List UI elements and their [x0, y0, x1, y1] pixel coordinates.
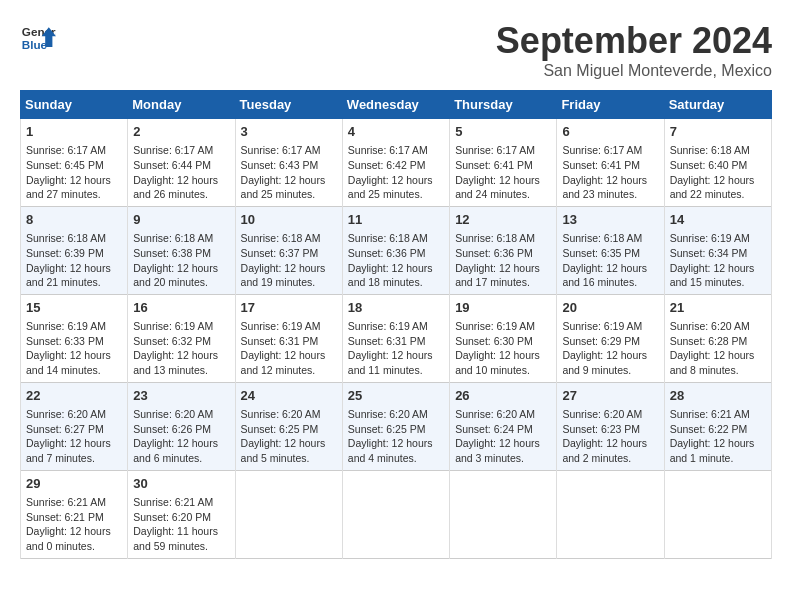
day-number: 19 [455, 299, 551, 317]
day-info: Sunrise: 6:18 AM Sunset: 6:37 PM Dayligh… [241, 231, 337, 290]
calendar-cell: 3Sunrise: 6:17 AM Sunset: 6:43 PM Daylig… [235, 119, 342, 207]
day-info: Sunrise: 6:19 AM Sunset: 6:33 PM Dayligh… [26, 319, 122, 378]
day-info: Sunrise: 6:17 AM Sunset: 6:45 PM Dayligh… [26, 143, 122, 202]
weekday-header-saturday: Saturday [664, 91, 771, 119]
day-info: Sunrise: 6:18 AM Sunset: 6:36 PM Dayligh… [348, 231, 444, 290]
day-number: 8 [26, 211, 122, 229]
calendar-cell: 2Sunrise: 6:17 AM Sunset: 6:44 PM Daylig… [128, 119, 235, 207]
calendar-cell: 28Sunrise: 6:21 AM Sunset: 6:22 PM Dayli… [664, 382, 771, 470]
weekday-header-friday: Friday [557, 91, 664, 119]
day-info: Sunrise: 6:21 AM Sunset: 6:20 PM Dayligh… [133, 495, 229, 554]
day-info: Sunrise: 6:21 AM Sunset: 6:22 PM Dayligh… [670, 407, 766, 466]
day-info: Sunrise: 6:19 AM Sunset: 6:31 PM Dayligh… [348, 319, 444, 378]
day-info: Sunrise: 6:20 AM Sunset: 6:23 PM Dayligh… [562, 407, 658, 466]
calendar-cell: 15Sunrise: 6:19 AM Sunset: 6:33 PM Dayli… [21, 294, 128, 382]
day-number: 9 [133, 211, 229, 229]
weekday-header-tuesday: Tuesday [235, 91, 342, 119]
calendar-cell: 30Sunrise: 6:21 AM Sunset: 6:20 PM Dayli… [128, 470, 235, 558]
calendar-cell: 12Sunrise: 6:18 AM Sunset: 6:36 PM Dayli… [450, 206, 557, 294]
calendar-cell: 26Sunrise: 6:20 AM Sunset: 6:24 PM Dayli… [450, 382, 557, 470]
day-number: 17 [241, 299, 337, 317]
calendar-cell: 29Sunrise: 6:21 AM Sunset: 6:21 PM Dayli… [21, 470, 128, 558]
day-info: Sunrise: 6:20 AM Sunset: 6:28 PM Dayligh… [670, 319, 766, 378]
day-number: 7 [670, 123, 766, 141]
day-number: 5 [455, 123, 551, 141]
header: General Blue September 2024 San Miguel M… [20, 20, 772, 80]
day-number: 1 [26, 123, 122, 141]
day-number: 28 [670, 387, 766, 405]
day-info: Sunrise: 6:20 AM Sunset: 6:25 PM Dayligh… [241, 407, 337, 466]
location-title: San Miguel Monteverde, Mexico [496, 62, 772, 80]
day-number: 27 [562, 387, 658, 405]
calendar-cell: 14Sunrise: 6:19 AM Sunset: 6:34 PM Dayli… [664, 206, 771, 294]
day-number: 15 [26, 299, 122, 317]
calendar-cell: 9Sunrise: 6:18 AM Sunset: 6:38 PM Daylig… [128, 206, 235, 294]
day-number: 14 [670, 211, 766, 229]
logo: General Blue [20, 20, 56, 56]
day-number: 11 [348, 211, 444, 229]
day-number: 3 [241, 123, 337, 141]
calendar-week-1: 1Sunrise: 6:17 AM Sunset: 6:45 PM Daylig… [21, 119, 772, 207]
day-number: 22 [26, 387, 122, 405]
day-info: Sunrise: 6:17 AM Sunset: 6:43 PM Dayligh… [241, 143, 337, 202]
weekday-header-sunday: Sunday [21, 91, 128, 119]
calendar-cell: 18Sunrise: 6:19 AM Sunset: 6:31 PM Dayli… [342, 294, 449, 382]
calendar-cell: 21Sunrise: 6:20 AM Sunset: 6:28 PM Dayli… [664, 294, 771, 382]
day-number: 20 [562, 299, 658, 317]
day-number: 18 [348, 299, 444, 317]
calendar-table: SundayMondayTuesdayWednesdayThursdayFrid… [20, 90, 772, 559]
calendar-cell: 6Sunrise: 6:17 AM Sunset: 6:41 PM Daylig… [557, 119, 664, 207]
calendar-cell: 19Sunrise: 6:19 AM Sunset: 6:30 PM Dayli… [450, 294, 557, 382]
calendar-cell: 8Sunrise: 6:18 AM Sunset: 6:39 PM Daylig… [21, 206, 128, 294]
day-number: 25 [348, 387, 444, 405]
day-info: Sunrise: 6:19 AM Sunset: 6:30 PM Dayligh… [455, 319, 551, 378]
calendar-cell: 20Sunrise: 6:19 AM Sunset: 6:29 PM Dayli… [557, 294, 664, 382]
day-number: 2 [133, 123, 229, 141]
calendar-week-4: 22Sunrise: 6:20 AM Sunset: 6:27 PM Dayli… [21, 382, 772, 470]
day-number: 23 [133, 387, 229, 405]
day-info: Sunrise: 6:20 AM Sunset: 6:24 PM Dayligh… [455, 407, 551, 466]
day-info: Sunrise: 6:17 AM Sunset: 6:42 PM Dayligh… [348, 143, 444, 202]
weekday-header-monday: Monday [128, 91, 235, 119]
day-info: Sunrise: 6:18 AM Sunset: 6:35 PM Dayligh… [562, 231, 658, 290]
day-number: 13 [562, 211, 658, 229]
day-info: Sunrise: 6:17 AM Sunset: 6:41 PM Dayligh… [562, 143, 658, 202]
day-number: 26 [455, 387, 551, 405]
calendar-cell: 5Sunrise: 6:17 AM Sunset: 6:41 PM Daylig… [450, 119, 557, 207]
calendar-cell: 22Sunrise: 6:20 AM Sunset: 6:27 PM Dayli… [21, 382, 128, 470]
day-number: 4 [348, 123, 444, 141]
day-number: 12 [455, 211, 551, 229]
day-info: Sunrise: 6:21 AM Sunset: 6:21 PM Dayligh… [26, 495, 122, 554]
calendar-cell [664, 470, 771, 558]
day-number: 21 [670, 299, 766, 317]
day-info: Sunrise: 6:19 AM Sunset: 6:31 PM Dayligh… [241, 319, 337, 378]
day-info: Sunrise: 6:18 AM Sunset: 6:36 PM Dayligh… [455, 231, 551, 290]
day-number: 30 [133, 475, 229, 493]
calendar-week-2: 8Sunrise: 6:18 AM Sunset: 6:39 PM Daylig… [21, 206, 772, 294]
calendar-cell [342, 470, 449, 558]
day-number: 6 [562, 123, 658, 141]
day-number: 16 [133, 299, 229, 317]
logo-icon: General Blue [20, 20, 56, 56]
weekday-header-thursday: Thursday [450, 91, 557, 119]
calendar-week-3: 15Sunrise: 6:19 AM Sunset: 6:33 PM Dayli… [21, 294, 772, 382]
calendar-cell: 7Sunrise: 6:18 AM Sunset: 6:40 PM Daylig… [664, 119, 771, 207]
calendar-cell [450, 470, 557, 558]
calendar-cell [235, 470, 342, 558]
calendar-cell: 25Sunrise: 6:20 AM Sunset: 6:25 PM Dayli… [342, 382, 449, 470]
day-number: 29 [26, 475, 122, 493]
calendar-cell: 4Sunrise: 6:17 AM Sunset: 6:42 PM Daylig… [342, 119, 449, 207]
day-number: 10 [241, 211, 337, 229]
calendar-cell: 10Sunrise: 6:18 AM Sunset: 6:37 PM Dayli… [235, 206, 342, 294]
calendar-cell: 17Sunrise: 6:19 AM Sunset: 6:31 PM Dayli… [235, 294, 342, 382]
title-area: September 2024 San Miguel Monteverde, Me… [496, 20, 772, 80]
day-info: Sunrise: 6:19 AM Sunset: 6:32 PM Dayligh… [133, 319, 229, 378]
calendar-cell: 24Sunrise: 6:20 AM Sunset: 6:25 PM Dayli… [235, 382, 342, 470]
day-info: Sunrise: 6:20 AM Sunset: 6:25 PM Dayligh… [348, 407, 444, 466]
day-info: Sunrise: 6:17 AM Sunset: 6:44 PM Dayligh… [133, 143, 229, 202]
calendar-cell [557, 470, 664, 558]
calendar-cell: 1Sunrise: 6:17 AM Sunset: 6:45 PM Daylig… [21, 119, 128, 207]
day-info: Sunrise: 6:18 AM Sunset: 6:38 PM Dayligh… [133, 231, 229, 290]
day-info: Sunrise: 6:17 AM Sunset: 6:41 PM Dayligh… [455, 143, 551, 202]
day-info: Sunrise: 6:18 AM Sunset: 6:39 PM Dayligh… [26, 231, 122, 290]
